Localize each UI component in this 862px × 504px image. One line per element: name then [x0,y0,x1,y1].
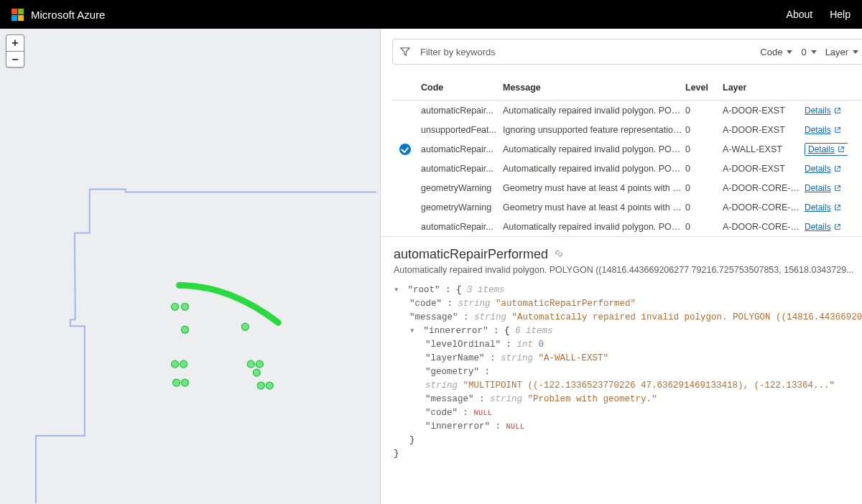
svg-point-5 [173,379,180,386]
external-link-icon [834,126,841,134]
external-link-icon [834,223,841,230]
right-pane: Code 0 Layer Code Message Level Layer au… [381,29,862,504]
svg-point-0 [172,303,179,310]
svg-point-10 [253,369,260,376]
svg-point-8 [247,360,254,368]
cell-level: 0 [685,183,720,193]
cell-message: Geometry must have at least 4 points wit… [503,183,682,193]
cell-level: 0 [685,125,720,135]
cell-layer: A-DOOR-EXST [723,164,802,174]
check-circle-icon [399,144,411,155]
cell-code: automaticRepair... [421,144,500,154]
details-link[interactable]: Details [805,164,841,174]
external-link-icon [834,204,841,211]
microsoft-logo-icon [11,9,24,21]
external-link-icon [834,107,841,114]
details-link[interactable]: Details [805,125,841,135]
cell-level: 0 [685,222,720,232]
filter-level-dropdown[interactable]: 0 [801,47,816,57]
nav-about[interactable]: About [787,9,813,20]
json-viewer: ▾ "root" : { 3 items "code" : string "au… [394,284,862,461]
filter-code-dropdown[interactable]: Code [760,47,792,57]
toggle-icon[interactable]: ▾ [409,325,418,338]
map-arc [180,285,279,322]
filter-icon [400,47,410,57]
cell-level: 0 [685,106,720,116]
cell-message: Automatically repaired invalid polygon. … [503,144,682,154]
chevron-down-icon [853,50,858,54]
table-row[interactable]: automaticRepair...Automatically repaired… [392,139,862,159]
cell-layer: A-DOOR-CORE-EXST [723,222,802,232]
cell-code: geometryWarning [421,202,500,213]
table-row[interactable]: geometryWarningGeometry must have at lea… [392,178,862,197]
map-polyline [36,190,376,503]
svg-point-7 [241,323,249,330]
col-code: Code [421,83,500,93]
table-row[interactable]: automaticRepair...Automatically repaired… [392,159,862,178]
col-layer: Layer [723,83,802,93]
external-link-icon [834,165,841,172]
cell-layer: A-WALL-EXST [723,144,802,154]
cell-level: 0 [685,164,720,174]
cell-code: automaticRepair... [421,106,500,116]
details-link[interactable]: Details [805,143,848,156]
svg-point-11 [257,382,264,389]
cell-code: automaticRepair... [421,164,500,174]
svg-point-4 [180,360,187,368]
details-link[interactable]: Details [805,106,841,116]
table-header: Code Message Level Layer [392,75,862,101]
cell-message: Geometry must have at least 4 points wit… [503,202,682,213]
external-link-icon [838,146,845,153]
cell-code: geometryWarning [421,183,500,193]
details-link[interactable]: Details [805,183,841,193]
svg-point-3 [172,360,179,368]
col-message: Message [503,83,682,93]
svg-point-12 [266,382,273,389]
map-canvas [0,29,380,503]
cell-level: 0 [685,202,720,213]
table-row[interactable]: automaticRepair...Automatically repaired… [392,217,862,236]
cell-code: automaticRepair... [421,222,500,232]
cell-level: 0 [685,144,720,154]
nav-help[interactable]: Help [830,9,851,20]
details-link[interactable]: Details [805,222,841,232]
brand-label: Microsoft Azure [31,9,105,21]
col-level: Level [685,83,720,93]
cell-layer: A-DOOR-CORE-EXST [723,202,802,213]
detail-panel: automaticRepairPerformed Automatically r… [381,236,862,504]
toggle-icon[interactable]: ▾ [394,284,402,297]
chevron-down-icon [811,50,817,54]
app-header: Microsoft Azure About Help [0,0,862,29]
filter-layer-dropdown[interactable]: Layer [825,47,859,57]
errors-table: Code Message Level Layer automaticRepair… [381,75,862,236]
cell-message: Automatically repaired invalid polygon. … [503,222,682,232]
table-row[interactable]: unsupportedFeat...Ignoring unsupported f… [392,120,862,139]
svg-point-2 [182,326,189,333]
detail-title: automaticRepairPerformed [394,247,548,262]
link-icon[interactable] [554,248,564,261]
svg-point-6 [182,379,189,386]
cell-layer: A-DOOR-EXST [723,106,802,116]
cell-code: unsupportedFeat... [421,125,500,135]
svg-point-1 [182,303,189,310]
chevron-down-icon [787,50,792,54]
cell-layer: A-DOOR-CORE-EXST [723,183,802,193]
details-link[interactable]: Details [805,202,841,213]
cell-layer: A-DOOR-EXST [723,125,802,135]
filter-input[interactable] [419,46,751,58]
external-link-icon [834,185,841,192]
cell-message: Ignoring unsupported feature representat… [503,125,682,135]
map-pane[interactable]: + − [0,29,381,504]
map-points [172,303,274,389]
detail-subtitle: Automatically repaired invalid polygon. … [394,265,862,275]
table-row[interactable]: geometryWarningGeometry must have at lea… [392,197,862,217]
cell-message: Automatically repaired invalid polygon. … [503,164,682,174]
filter-bar: Code 0 Layer [392,39,862,65]
table-row[interactable]: automaticRepair...Automatically repaired… [392,101,862,120]
svg-point-9 [256,360,263,368]
cell-message: Automatically repaired invalid polygon. … [503,106,682,116]
